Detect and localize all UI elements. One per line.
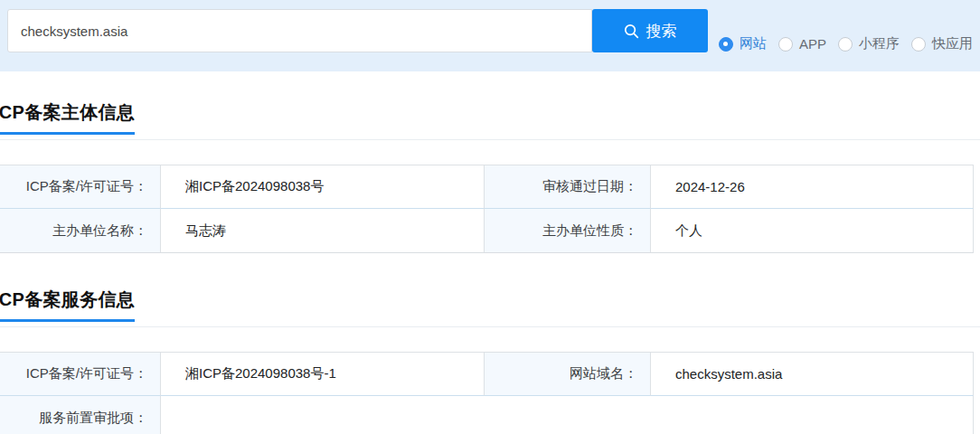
org-nature-label: 主办单位性质： bbox=[485, 209, 651, 253]
site-domain-value: checksystem.asia bbox=[651, 352, 974, 396]
pre-approval-value bbox=[161, 396, 974, 434]
subject-info-table: ICP备案/许可证号： 湘ICP备2024098038号 审核通过日期： 202… bbox=[0, 165, 974, 253]
table-row: 服务前置审批项： bbox=[0, 396, 974, 434]
section-divider bbox=[0, 326, 980, 327]
service-info-table: ICP备案/许可证号： 湘ICP备2024098038号-1 网站域名： che… bbox=[0, 352, 974, 434]
radio-option-app[interactable]: APP bbox=[778, 36, 826, 52]
approve-date-label: 审核通过日期： bbox=[485, 165, 651, 209]
radio-option-label: APP bbox=[799, 36, 826, 52]
radio-option-label: 网站 bbox=[740, 35, 767, 52]
search-button[interactable]: 搜索 bbox=[592, 9, 708, 52]
search-button-label: 搜索 bbox=[646, 21, 677, 42]
org-name-value: 马志涛 bbox=[161, 209, 485, 253]
radio-unselected-icon bbox=[911, 37, 926, 52]
radio-option-website[interactable]: 网站 bbox=[719, 35, 767, 52]
service-section-header: ICP备案服务信息 bbox=[0, 288, 980, 327]
search-icon bbox=[624, 24, 639, 39]
org-name-label: 主办单位名称： bbox=[0, 209, 161, 253]
search-bar: 搜索 网站 APP 小程序 快应用 bbox=[0, 0, 980, 71]
icp-filing-lookup-page: 搜索 网站 APP 小程序 快应用 ICP备案主体信息 bbox=[0, 0, 980, 434]
org-nature-value: 个人 bbox=[651, 209, 974, 253]
icp-license-value: 湘ICP备2024098038号 bbox=[161, 165, 485, 209]
service-license-label: ICP备案/许可证号： bbox=[0, 352, 161, 396]
pre-approval-label: 服务前置审批项： bbox=[0, 396, 161, 434]
radio-selected-icon bbox=[719, 37, 733, 52]
table-row: ICP备案/许可证号： 湘ICP备2024098038号 审核通过日期： 202… bbox=[0, 165, 974, 209]
site-domain-label: 网站域名： bbox=[485, 352, 651, 396]
service-section-title: ICP备案服务信息 bbox=[0, 288, 135, 322]
query-type-radio-group: 网站 APP 小程序 快应用 bbox=[719, 35, 973, 52]
icp-license-label: ICP备案/许可证号： bbox=[0, 165, 161, 209]
table-row: ICP备案/许可证号： 湘ICP备2024098038号-1 网站域名： che… bbox=[0, 352, 974, 396]
search-input[interactable] bbox=[7, 9, 592, 52]
radio-option-miniprogram[interactable]: 小程序 bbox=[838, 35, 900, 52]
results-area: ICP备案主体信息 ICP备案/许可证号： 湘ICP备2024098038号 审… bbox=[0, 100, 980, 434]
radio-option-label: 快应用 bbox=[932, 35, 973, 52]
approve-date-value: 2024-12-26 bbox=[651, 165, 974, 209]
radio-option-label: 小程序 bbox=[859, 35, 900, 52]
section-divider bbox=[0, 139, 980, 140]
subject-section-title: ICP备案主体信息 bbox=[0, 100, 135, 135]
radio-unselected-icon bbox=[838, 37, 853, 52]
subject-section-header: ICP备案主体信息 bbox=[0, 100, 980, 140]
radio-option-quickapp[interactable]: 快应用 bbox=[911, 35, 973, 52]
radio-unselected-icon bbox=[778, 37, 793, 52]
table-row: 主办单位名称： 马志涛 主办单位性质： 个人 bbox=[0, 209, 974, 253]
service-license-value: 湘ICP备2024098038号-1 bbox=[161, 352, 485, 396]
